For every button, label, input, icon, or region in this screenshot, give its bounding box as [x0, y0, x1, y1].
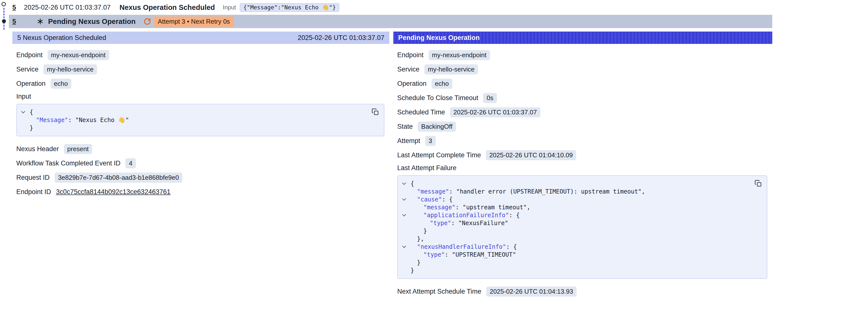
field-label: Scheduled Time	[397, 108, 445, 116]
field-label: Attempt	[397, 137, 420, 145]
field-value-badge: my-hello-service	[424, 64, 478, 74]
pending-panel-header: Pending Nexus Operation	[393, 32, 772, 44]
code-line: "message": "handler error (UPSTREAM_TIME…	[398, 188, 747, 195]
field-row: Scheduled Time2025-02-26 UTC 01:03:37.07	[397, 107, 768, 117]
event-input-label: Input	[223, 4, 236, 11]
field-value-badge: 2025-02-26 UTC 01:03:37.07	[450, 107, 540, 117]
code-line: }	[398, 266, 747, 275]
code-line-text: "Message": "Nexus Echo 👋"	[30, 116, 129, 124]
field-value-badge: my-hello-service	[43, 64, 97, 74]
chevron-spacer	[398, 227, 410, 235]
failure-section-label: Last Attempt Failure	[397, 164, 768, 172]
field-row: Last Attempt Complete Time2025-02-26 UTC…	[397, 150, 768, 160]
timeline-node-dot-icon	[2, 19, 6, 23]
field-value-badge: my-nexus-endpoint	[429, 50, 490, 60]
scheduled-panel-title: 5 Nexus Operation Scheduled	[17, 34, 106, 42]
field-row: Schedule To Close Timeout0s	[397, 93, 768, 103]
collapse-chevron-icon[interactable]	[398, 195, 410, 203]
chevron-spacer	[398, 203, 410, 211]
collapse-chevron-icon[interactable]	[398, 211, 410, 219]
scheduled-event-panel: 5 Nexus Operation Scheduled 2025-02-26 U…	[12, 32, 389, 300]
code-line-text: "applicationFailureInfo": {	[410, 211, 520, 219]
code-line-text: }	[410, 266, 414, 275]
field-row: Endpointmy-nexus-endpoint	[16, 50, 385, 60]
field-value-badge: 0s	[483, 93, 497, 103]
event-row-scheduled[interactable]: 5 2025-02-26 UTC 01:03:37.07 Nexus Opera…	[9, 0, 772, 15]
code-line-text: {	[410, 180, 414, 188]
code-line: "applicationFailureInfo": {	[398, 211, 747, 219]
event-row-pending[interactable]: 5 Pending Nexus Operation Attempt 3 • Ne…	[9, 15, 772, 28]
collapse-chevron-icon[interactable]	[398, 243, 410, 251]
field-value-badge: echo	[51, 79, 71, 89]
code-line: "message": "upstream timeout",	[398, 203, 747, 211]
code-line: }	[398, 227, 747, 235]
workflow-event-history-page: 5 2025-02-26 UTC 01:03:37.07 Nexus Opera…	[0, 0, 868, 322]
code-line: }	[398, 259, 747, 266]
field-row: Servicemy-hello-service	[397, 64, 768, 74]
event-timestamp: 2025-02-26 UTC 01:03:37.07	[24, 4, 111, 11]
pending-operation-panel: Pending Nexus Operation Endpointmy-nexus…	[393, 32, 772, 300]
code-line-text: "type": "UPSTREAM_TIMEOUT"	[410, 251, 516, 259]
field-value-badge: echo	[432, 79, 452, 89]
timeline-gutter	[0, 0, 9, 31]
pending-panel-title: Pending Nexus Operation	[398, 34, 479, 42]
field-label: Last Attempt Complete Time	[397, 151, 481, 159]
field-row: Request ID3e829b7e-7d67-4b08-aad3-b1e868…	[16, 172, 385, 183]
field-label: Service	[16, 66, 38, 73]
code-line-text: },	[410, 235, 424, 243]
chevron-spacer	[398, 251, 410, 259]
next-attempt-label: Next Attempt Schedule Time	[397, 288, 482, 295]
pending-event-id-link[interactable]: 5	[12, 18, 16, 25]
copy-icon[interactable]	[753, 179, 763, 188]
field-label: Operation	[397, 80, 427, 88]
field-row: Nexus Headerpresent	[16, 144, 385, 154]
field-label: Nexus Header	[16, 145, 59, 153]
field-label: Service	[397, 66, 420, 73]
failure-json-lines: {"message": "handler error (UPSTREAM_TIM…	[398, 180, 747, 275]
field-row: Operationecho	[16, 78, 385, 89]
scheduled-panel-header: 5 Nexus Operation Scheduled 2025-02-26 U…	[12, 32, 389, 44]
field-row: StateBackingOff	[397, 121, 768, 132]
code-line: {	[17, 108, 364, 116]
code-line-text: "nexusHandlerFailureInfo": {	[410, 243, 517, 251]
retry-icon	[144, 18, 151, 25]
code-line: },	[398, 235, 747, 243]
code-line-text: }	[410, 259, 421, 266]
chevron-spacer	[17, 124, 30, 132]
code-line: "type": "NexusFailure"	[398, 219, 747, 227]
field-label: Endpoint	[397, 51, 424, 59]
field-label: State	[397, 123, 413, 130]
event-input-preview: {"Message":"Nexus Echo 👋"}	[240, 3, 339, 12]
field-value-badge: 4	[125, 158, 136, 168]
field-value-badge: BackingOff	[418, 122, 456, 132]
field-label: Workflow Task Completed Event ID	[16, 160, 120, 167]
code-line-text: }	[30, 124, 33, 132]
field-value-badge: 3e829b7e-7d67-4b08-aad3-b1e868bfe9e0	[55, 172, 182, 183]
field-row: Workflow Task Completed Event ID4	[16, 158, 385, 168]
field-row: Endpointmy-nexus-endpoint	[397, 50, 768, 60]
code-line-text: "message": "handler error (UPSTREAM_TIME…	[410, 188, 645, 195]
next-attempt-row: Next Attempt Schedule Time 2025-02-26 UT…	[397, 286, 768, 297]
input-json-viewer: {"Message": "Nexus Echo 👋"}	[16, 104, 384, 136]
endpoint-id-label: Endpoint ID	[16, 188, 51, 196]
scheduled-panel-body: Endpointmy-nexus-endpointServicemy-hello…	[12, 44, 389, 197]
timeline-node-circle-icon	[1, 2, 6, 6]
event-id-link[interactable]: 5	[12, 4, 16, 11]
timeline-connector-line	[3, 8, 4, 30]
failure-json-viewer: {"message": "handler error (UPSTREAM_TIM…	[397, 175, 767, 279]
field-label: Endpoint	[16, 51, 43, 59]
field-row: Servicemy-hello-service	[16, 64, 385, 74]
field-row: Attempt3	[397, 136, 768, 146]
next-attempt-value-badge: 2025-02-26 UTC 01:04:13.93	[486, 287, 577, 297]
collapse-chevron-icon[interactable]	[398, 180, 410, 188]
collapse-chevron-icon[interactable]	[17, 108, 30, 116]
field-value-badge: 3	[425, 136, 435, 146]
copy-icon[interactable]	[371, 107, 380, 117]
event-title: Nexus Operation Scheduled	[119, 3, 215, 11]
endpoint-id-link[interactable]: 3c0c75ccfa8144b092c13ce632463761	[56, 188, 170, 196]
field-value-badge: 2025-02-26 UTC 01:04:10.09	[486, 150, 576, 160]
asterisk-icon	[37, 18, 44, 25]
scheduled-fields-top: Endpointmy-nexus-endpointServicemy-hello…	[16, 50, 385, 89]
code-line-text: }	[410, 227, 427, 235]
field-value-badge: present	[64, 144, 92, 154]
